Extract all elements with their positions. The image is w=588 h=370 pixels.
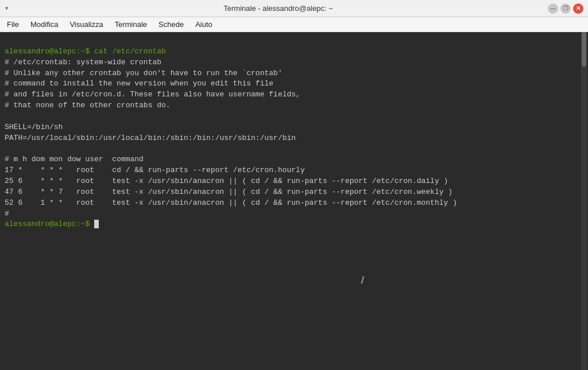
- minimize-button[interactable]: —: [548, 3, 558, 14]
- cron-line-3: 47 6 * * 7 root test -x /usr/sbin/anacro…: [5, 188, 452, 196]
- prompt-line-2: alessandro@alepc:~$: [5, 220, 94, 228]
- menu-modifica[interactable]: Modifica: [26, 19, 63, 30]
- prompt-line-1: alessandro@alepc:~$ cat /etc/crontab: [5, 47, 166, 56]
- menu-terminale[interactable]: Terminale: [110, 19, 152, 30]
- window-menu-arrow[interactable]: ▾: [5, 4, 9, 13]
- path-var: PATH=/usr/local/sbin:/usr/local/bin:/sbi…: [5, 134, 296, 142]
- menu-file[interactable]: File: [2, 19, 24, 30]
- cron-line-1: 17 * * * * root cd / && run-parts --repo…: [5, 166, 305, 174]
- menu-visualizza[interactable]: Visualizza: [65, 19, 107, 30]
- terminal-area[interactable]: alessandro@alepc:~$ cat /etc/crontab # /…: [0, 32, 588, 370]
- window-controls: — ❐ ✕: [548, 3, 583, 14]
- scrollbar-thumb[interactable]: [582, 32, 586, 67]
- menu-schede[interactable]: Schede: [154, 19, 188, 30]
- shell-var: SHELL=/bin/sh: [5, 123, 63, 131]
- window-title: Terminale - alessandro@alepc: ~: [9, 4, 548, 13]
- terminal-output: alessandro@alepc:~$ cat /etc/crontab # /…: [5, 36, 583, 241]
- menu-aiuto[interactable]: Aiuto: [191, 19, 217, 30]
- comment-end: #: [5, 209, 9, 218]
- title-bar: ▾ Terminale - alessandro@alepc: ~ — ❐ ✕: [0, 0, 588, 17]
- cron-line-4: 52 6 1 * * root test -x /usr/sbin/anacro…: [5, 198, 457, 207]
- comment-2: # Unlike any other crontab you don't hav…: [5, 69, 283, 77]
- comment-header: # m h dom mon dow user command: [5, 155, 144, 163]
- comment-4: # and files in /etc/cron.d. These files …: [5, 90, 300, 99]
- cursor: [94, 220, 99, 228]
- maximize-button[interactable]: ❐: [560, 3, 571, 14]
- comment-5: # that none of the other crontabs do.: [5, 101, 171, 110]
- comment-3: # command to install the new version whe…: [5, 79, 273, 88]
- title-bar-left: ▾: [5, 4, 9, 13]
- text-cursor-i-beam: 𝐼: [361, 273, 364, 288]
- comment-1: # /etc/crontab: system-wide crontab: [5, 58, 161, 67]
- menu-bar: File Modifica Visualizza Terminale Sched…: [0, 17, 588, 32]
- close-button[interactable]: ✕: [573, 3, 583, 14]
- scrollbar[interactable]: [581, 32, 587, 370]
- cron-line-2: 25 6 * * * root test -x /usr/sbin/anacro…: [5, 177, 448, 185]
